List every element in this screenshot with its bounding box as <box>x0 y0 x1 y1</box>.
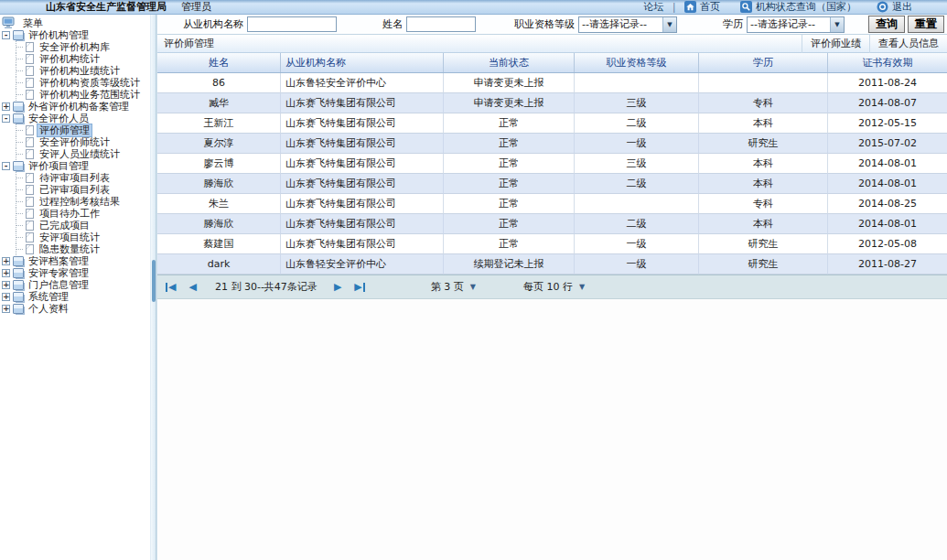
tree-label[interactable]: 外省评价机构备案管理 <box>27 101 131 113</box>
tree-label[interactable]: 安全评价师统计 <box>38 136 112 148</box>
table-row[interactable]: 滕海欣山东赛飞特集团有限公司正常二级本科2014-08-01 <box>157 214 947 234</box>
table-cell: 2015-07-02 <box>828 134 947 154</box>
table-cell <box>575 73 699 93</box>
tree-label[interactable]: 安全评价机构库 <box>38 41 112 53</box>
topbar-links: 论坛 ｜ 首页 机构状态查询（国家） 退出 <box>643 0 912 14</box>
expand-icon[interactable]: + <box>2 257 10 265</box>
tree-label[interactable]: 评价项目管理 <box>27 160 91 172</box>
tree-label[interactable]: 安评专家管理 <box>27 267 91 279</box>
column-header[interactable]: 证书有效期 <box>828 53 947 72</box>
org-name-input[interactable] <box>247 16 337 32</box>
table-row[interactable]: 王新江山东赛飞特集团有限公司正常二级本科2012-05-15 <box>157 113 947 134</box>
tree-label[interactable]: 待评审项目列表 <box>38 172 112 184</box>
tree-label[interactable]: 评价机构业务范围统计 <box>38 89 142 101</box>
forum-link[interactable]: 论坛 <box>643 0 663 14</box>
expand-icon[interactable]: + <box>2 305 10 313</box>
tree-leaf[interactable]: 安全评价师统计 <box>0 136 150 148</box>
table-row[interactable]: 臧华山东赛飞特集团有限公司申请变更未上报三级专科2014-08-07 <box>157 93 947 113</box>
tree-leaf[interactable]: 安评项目统计 <box>0 232 150 243</box>
table-cell: 蔡建国 <box>157 234 281 254</box>
tree-label[interactable]: 已完成项目 <box>38 220 91 232</box>
table-row[interactable]: dark山东鲁轻安全评价中心续期登记未上报一级研究生2011-08-27 <box>157 254 947 275</box>
tree-node[interactable]: +安评专家管理 <box>0 267 150 279</box>
tree-leaf[interactable]: 隐患数量统计 <box>0 243 150 255</box>
tree-label[interactable]: 安评项目统计 <box>38 232 102 243</box>
table-row[interactable]: 夏尔淳山东赛飞特集团有限公司正常一级研究生2015-07-02 <box>157 134 947 154</box>
table-row[interactable]: 滕海欣山东赛飞特集团有限公司正常二级本科2014-08-01 <box>157 174 947 194</box>
tree-leaf[interactable]: 安评人员业绩统计 <box>0 148 150 160</box>
tree-leaf[interactable]: 已评审项目列表 <box>0 184 150 196</box>
tree-label[interactable]: 门户信息管理 <box>27 279 91 291</box>
column-header[interactable]: 职业资格等级 <box>575 53 699 72</box>
tree-node[interactable]: -评价项目管理 <box>0 160 150 172</box>
tree-leaf[interactable]: 安全评价机构库 <box>0 41 150 53</box>
reset-button[interactable]: 重置 <box>908 16 944 33</box>
prev-page-button[interactable]: ◀ <box>188 282 196 292</box>
tree-leaf[interactable]: 评价机构业务范围统计 <box>0 89 150 101</box>
tree-label[interactable]: 个人资料 <box>27 303 70 315</box>
tree-leaf[interactable]: 已完成项目 <box>0 220 150 232</box>
expand-icon[interactable]: + <box>2 293 10 301</box>
tree-label[interactable]: 系统管理 <box>27 291 70 303</box>
logout-link[interactable]: 退出 <box>877 0 912 14</box>
page-size-select[interactable]: 每页 10 行 ▼ <box>523 280 585 294</box>
table-row[interactable]: 朱兰山东赛飞特集团有限公司正常专科2014-08-25 <box>157 194 947 214</box>
tree-label[interactable]: 评价机构业绩统计 <box>38 65 122 77</box>
org-status-link[interactable]: 机构状态查询（国家） <box>740 0 856 14</box>
tree-node[interactable]: +系统管理 <box>0 291 150 303</box>
tree-label[interactable]: 评价机构管理 <box>27 29 91 41</box>
tree-label[interactable]: 隐患数量统计 <box>38 243 102 255</box>
tree-label[interactable]: 已评审项目列表 <box>38 184 112 196</box>
collapse-icon[interactable]: - <box>2 31 10 39</box>
expand-icon[interactable]: + <box>2 281 10 289</box>
tree-leaf[interactable]: 待评审项目列表 <box>0 172 150 184</box>
tree-label[interactable]: 过程控制考核结果 <box>38 196 122 208</box>
tree-leaf[interactable]: 评价机构业绩统计 <box>0 65 150 77</box>
tree-node[interactable]: +门户信息管理 <box>0 279 150 291</box>
tree-node[interactable]: +外省评价机构备案管理 <box>0 101 150 113</box>
next-page-button[interactable]: ▶ <box>334 282 341 292</box>
column-header[interactable]: 当前状态 <box>444 53 575 72</box>
home-link[interactable]: 首页 <box>684 0 720 14</box>
table-row[interactable]: 廖云博山东赛飞特集团有限公司正常三级本科2014-08-01 <box>157 154 947 174</box>
table-row[interactable]: 蔡建国山东赛飞特集团有限公司正常一级研究生2012-05-08 <box>157 234 947 254</box>
tree-node[interactable]: -评价机构管理 <box>0 29 150 41</box>
person-name-input[interactable] <box>406 16 476 32</box>
column-header[interactable]: 学历 <box>699 53 828 72</box>
tree-label[interactable]: 评价机构资质等级统计 <box>38 77 142 89</box>
tree-label[interactable]: 评价机构统计 <box>38 53 102 65</box>
page-select[interactable]: 第 3 页 ▼ <box>431 280 476 294</box>
tree-label[interactable]: 项目待办工作 <box>38 208 102 220</box>
tree-leaf[interactable]: 项目待办工作 <box>0 208 150 220</box>
tree-node[interactable]: +个人资料 <box>0 303 150 315</box>
tree-label[interactable]: 安全评价人员 <box>27 113 91 124</box>
column-header[interactable]: 姓名 <box>157 53 281 72</box>
qualification-select[interactable]: --请选择记录-- ▼ <box>578 16 677 33</box>
tree-leaf[interactable]: 评价机构统计 <box>0 53 150 65</box>
table-cell: 二级 <box>575 174 699 194</box>
search-button[interactable]: 查询 <box>868 16 905 33</box>
sidebar-collapse-handle[interactable] <box>152 260 156 302</box>
column-header[interactable]: 从业机构名称 <box>281 53 444 72</box>
tree-root[interactable]: 菜单 <box>0 16 150 29</box>
expand-icon[interactable]: + <box>2 102 10 111</box>
collapse-icon[interactable]: - <box>2 114 10 123</box>
tree-label[interactable]: 安评档案管理 <box>27 255 91 267</box>
table-cell: 夏尔淳 <box>157 134 281 154</box>
tree-leaf[interactable]: 评价机构资质等级统计 <box>0 77 150 89</box>
performance-button[interactable]: 评价师业绩 <box>802 35 869 53</box>
splitter[interactable] <box>150 15 156 560</box>
last-page-button[interactable]: ▶ <box>354 282 364 292</box>
expand-icon[interactable]: + <box>2 269 10 277</box>
tree-node[interactable]: +安评档案管理 <box>0 255 150 267</box>
tree-node[interactable]: -安全评价人员 <box>0 113 150 124</box>
tree-leaf[interactable]: 评价师管理 <box>0 124 150 136</box>
collapse-icon[interactable]: - <box>2 162 10 170</box>
tree-label[interactable]: 评价师管理 <box>38 124 91 136</box>
tree-label[interactable]: 安评人员业绩统计 <box>38 148 122 160</box>
tree-leaf[interactable]: 过程控制考核结果 <box>0 196 150 208</box>
view-person-info-button[interactable]: 查看人员信息 <box>869 35 947 53</box>
education-select[interactable]: --请选择记录-- ▼ <box>747 16 845 33</box>
table-row[interactable]: 86山东鲁轻安全评价中心申请变更未上报2011-08-24 <box>157 73 947 93</box>
first-page-button[interactable]: ◀ <box>166 282 176 292</box>
